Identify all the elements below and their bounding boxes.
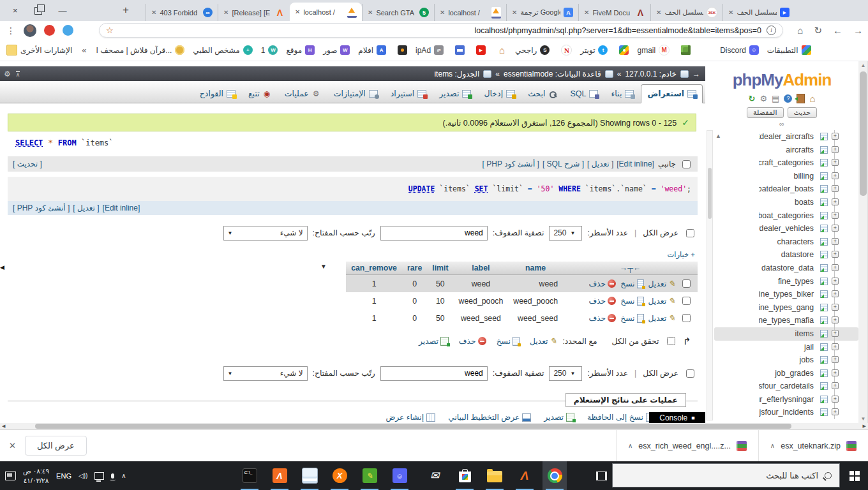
pma-tab[interactable]: القوادح <box>194 85 241 103</box>
bookmark-item[interactable]: ipAd <box>415 45 444 55</box>
microphone-icon[interactable] <box>111 473 114 479</box>
bookmark-item[interactable] <box>394 45 407 55</box>
tab-close-icon[interactable]: ✕ <box>440 9 445 16</box>
home-icon[interactable]: ⌂ <box>797 25 803 36</box>
network-icon[interactable] <box>94 472 104 480</box>
sidebar-table-item[interactable]: billing <box>714 170 858 183</box>
sidebar-table-item[interactable]: boat_categories <box>714 209 858 223</box>
table-name[interactable]: fine_types_gang <box>759 301 858 315</box>
query-link[interactable]: [ أنشئ كود PHP ] <box>13 204 70 212</box>
bookmark-item[interactable] <box>558 45 572 56</box>
download-chevron-icon[interactable]: ∧ <box>770 442 775 449</box>
page-settings-gear-icon[interactable]: ⚙ <box>4 70 11 78</box>
expand-plus-icon[interactable] <box>832 369 839 376</box>
query-link[interactable]: [ تعديل ] <box>587 160 613 168</box>
expand-plus-icon[interactable] <box>832 185 839 192</box>
forward-icon[interactable]: → <box>853 25 863 36</box>
pma-tab[interactable]: SQL <box>564 85 604 103</box>
browser-tab[interactable]: ✕ Search GTA <box>362 4 434 21</box>
expand-plus-icon[interactable] <box>832 382 839 389</box>
taskbar-app[interactable] <box>357 461 382 490</box>
window-minimize-icon[interactable]: — <box>59 6 67 15</box>
sidebar-scrollbar[interactable] <box>707 130 713 420</box>
taskbar-app[interactable] <box>423 461 447 490</box>
pma-tab[interactable]: استيراد <box>385 85 432 103</box>
table-name[interactable]: billing <box>759 170 858 183</box>
column-header[interactable]: rare <box>402 262 427 275</box>
bookmark-item[interactable] <box>699 45 712 55</box>
browser-tab[interactable]: ✕ 403 Forbidd <box>146 4 218 21</box>
copy-row-button[interactable]: نسخ <box>620 279 643 288</box>
table-name[interactable]: fine_types_biker <box>759 288 858 301</box>
browser-tab[interactable]: ✕ localhost / <box>434 4 506 21</box>
bookmark-item[interactable]: 1 <box>261 45 278 55</box>
pma-tab[interactable]: تصدير <box>433 85 477 103</box>
pma-tab[interactable]: عمليات <box>279 85 327 103</box>
back-icon[interactable]: ← <box>833 25 842 36</box>
sidebar-collapse-icon[interactable]: → <box>692 70 700 78</box>
expand-plus-icon[interactable] <box>832 159 839 166</box>
browser-menu-icon[interactable]: ⋮ <box>6 26 16 36</box>
bookmarks-overflow-icon[interactable]: « <box>82 45 86 55</box>
sidebar-table-item[interactable]: items <box>714 327 858 341</box>
expand-plus-icon[interactable] <box>832 172 839 179</box>
sidebar-scrollbar-thumb[interactable] <box>708 168 712 219</box>
download-bar-close-icon[interactable]: ✕ <box>9 441 16 450</box>
filter-input[interactable] <box>380 226 488 241</box>
pma-home-icon[interactable]: ⌂ <box>809 94 815 103</box>
download-item[interactable]: esx_uteknark.zip ∧ <box>758 430 868 461</box>
table-name[interactable]: cardealer_vehicles <box>759 222 858 235</box>
scroll-up-icon[interactable]: ▲ <box>858 63 868 68</box>
results-operation-link[interactable]: تصدير <box>544 413 574 422</box>
rows-count-select[interactable]: 250 ▼ <box>549 366 582 381</box>
bookmark-item[interactable]: افلام <box>358 45 386 55</box>
expand-plus-icon[interactable] <box>832 278 839 285</box>
expand-plus-icon[interactable] <box>832 316 839 323</box>
address-bar[interactable]: ☆ localhost/phpmyadmin/sql.php?server=1&… <box>99 23 783 38</box>
taskbar-app[interactable] <box>453 461 477 490</box>
show-all-checkbox[interactable] <box>686 229 694 237</box>
pma-tab[interactable]: الإمتيازات <box>328 85 384 103</box>
taskbar-app[interactable] <box>513 461 537 490</box>
sidebar-table-item[interactable]: jsfour_efterlysningar <box>714 393 858 406</box>
column-header[interactable]: limit <box>427 262 453 275</box>
taskbar-app[interactable] <box>297 461 322 490</box>
breadcrumb-table[interactable]: الجدول: items <box>434 70 479 78</box>
table-name[interactable]: boatdealer_boats <box>759 182 858 196</box>
check-all-checkbox[interactable] <box>667 337 675 345</box>
console-bar[interactable]: ■ Console <box>649 412 705 423</box>
sidebar-table-item[interactable]: job_grades <box>714 367 858 380</box>
query-link[interactable]: [ أنشئ كود PHP ] <box>483 160 539 168</box>
logout-door-icon[interactable] <box>797 94 805 103</box>
tab-close-icon[interactable]: ✕ <box>728 9 733 16</box>
bookmark-item[interactable] <box>616 45 629 55</box>
browser-tab[interactable]: ✕ localhost / <box>290 3 362 21</box>
bookmark-item[interactable]: صور <box>323 45 350 55</box>
pma-tab[interactable]: بناء <box>605 85 640 103</box>
new-tab-button[interactable]: + <box>123 4 129 17</box>
expand-plus-icon[interactable] <box>832 396 839 403</box>
results-operation-link[interactable]: إنشاء عرض <box>385 413 435 422</box>
expand-plus-icon[interactable] <box>832 356 839 363</box>
download-chevron-icon[interactable]: ∧ <box>628 442 632 449</box>
expand-plus-icon[interactable] <box>832 304 839 311</box>
table-name[interactable]: datastore_data <box>759 262 858 275</box>
sidebar-table-item[interactable]: fine_types <box>714 275 858 288</box>
sidebar-table-item[interactable]: jobs <box>714 353 858 367</box>
taskbar-app[interactable] <box>387 461 412 490</box>
tab-close-icon[interactable]: ✕ <box>512 9 517 16</box>
breadcrumb-database[interactable]: قاعدة البيانات: essentialmode <box>504 70 601 78</box>
taskbar-app[interactable] <box>483 461 507 490</box>
taskbar-app[interactable] <box>237 461 262 490</box>
browser-tab[interactable]: ✕ ترجمة Google <box>506 4 578 21</box>
sidebar-table-item[interactable]: datastore_data <box>714 262 858 275</box>
site-info-icon[interactable]: i <box>767 26 776 35</box>
bulk-action-button[interactable]: حذف <box>459 336 486 346</box>
bulk-action-button[interactable]: تعديل <box>530 336 557 346</box>
bookmark-item[interactable]: راجحي <box>515 45 550 55</box>
download-item[interactable]: esx_rich_weed_engl....z... ∧ <box>616 430 758 461</box>
column-header[interactable]: can_remove <box>346 262 402 275</box>
pma-tab[interactable]: تتبع <box>243 85 278 103</box>
browser-tab[interactable]: ✕ مسلسل الحف <box>722 4 795 21</box>
sidebar-table-item[interactable]: datastore <box>714 248 858 262</box>
